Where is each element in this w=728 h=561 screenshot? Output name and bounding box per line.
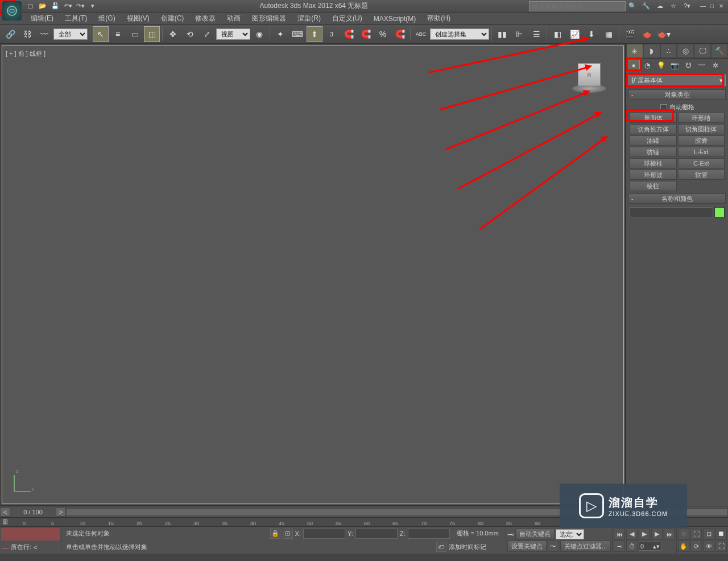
gengon-button[interactable]: 球棱柱	[630, 158, 677, 168]
menu-group[interactable]: 组(G)	[93, 12, 121, 25]
edit-named-sel-icon[interactable]: ABC	[413, 26, 429, 42]
open-file-icon[interactable]: 📂	[38, 2, 48, 11]
key-filters-button[interactable]: 关键点过滤器...	[560, 541, 611, 552]
graphite-tools-icon[interactable]: ◧	[549, 26, 565, 42]
menu-edit[interactable]: 编辑(E)	[25, 12, 59, 25]
next-frame-icon[interactable]: ▶	[651, 529, 663, 540]
move-icon[interactable]: ✥	[165, 26, 181, 42]
zoom-extents-icon[interactable]: ⛶	[690, 529, 702, 540]
keyboard-shortcut-icon[interactable]: ⌨	[289, 26, 305, 42]
new-file-icon[interactable]: ▢	[25, 2, 35, 11]
next-frame-button[interactable]: >	[56, 508, 66, 517]
systems-subtab-icon[interactable]: ✲	[709, 60, 722, 71]
manipulate-icon[interactable]: ✦	[272, 26, 288, 42]
modify-tab-icon[interactable]: ◗	[643, 44, 660, 58]
create-tab-icon[interactable]: ✳	[626, 44, 643, 58]
cameras-subtab-icon[interactable]: 📷	[668, 60, 681, 71]
zoom-all-icon[interactable]: ⊡	[703, 529, 714, 540]
geometry-subtab-icon[interactable]: ●	[627, 60, 640, 71]
select-by-name-icon[interactable]: ≡	[110, 26, 126, 42]
undo-icon[interactable]: ↶▾	[63, 2, 73, 11]
search-icon[interactable]: 🔍	[627, 1, 638, 11]
menu-grapheditors[interactable]: 图形编辑器	[246, 12, 292, 25]
search-input[interactable]	[529, 1, 626, 11]
menu-animation[interactable]: 动画	[221, 12, 246, 25]
help-icon[interactable]: ?▾	[681, 1, 693, 11]
display-tab-icon[interactable]: 🖵	[694, 44, 711, 58]
key-target-dropdown[interactable]: 选定对	[556, 529, 584, 539]
cext-button[interactable]: C-Ext	[678, 158, 725, 168]
x-coord-input[interactable]	[303, 529, 345, 539]
prev-frame-icon[interactable]: ◀	[626, 529, 638, 540]
auto-key-button[interactable]: 自动关键点	[515, 529, 555, 540]
menu-views[interactable]: 视图(V)	[121, 12, 155, 25]
shapes-subtab-icon[interactable]: ◔	[641, 60, 653, 71]
spindle-button[interactable]: 纺锤	[630, 147, 677, 157]
play-icon[interactable]: ▶	[639, 529, 650, 540]
save-file-icon[interactable]: 💾	[50, 2, 60, 11]
render-icon[interactable]: 🫖▾	[656, 26, 672, 42]
zoom-region-icon[interactable]: 🔲	[715, 529, 727, 540]
more-icon[interactable]: ▾	[88, 2, 98, 11]
percent-icon[interactable]: %	[375, 26, 391, 42]
select-object-icon[interactable]: ↖	[93, 26, 109, 42]
fov-icon[interactable]: 👁	[703, 541, 714, 552]
prism-button[interactable]: 棱柱	[630, 181, 677, 191]
menu-create[interactable]: 创建(C)	[155, 12, 190, 25]
selection-filter-dropdown[interactable]: 全部	[53, 28, 88, 40]
menu-modifiers[interactable]: 修改器	[189, 12, 221, 25]
add-time-tag-label[interactable]: 添加时间标记	[449, 543, 503, 551]
object-color-swatch[interactable]	[714, 207, 725, 217]
align-icon[interactable]: ⊫	[511, 26, 527, 42]
ref-coord-dropdown[interactable]: 视图	[216, 28, 250, 40]
lights-subtab-icon[interactable]: 💡	[655, 60, 667, 71]
y-coord-input[interactable]	[355, 529, 398, 539]
isolate-icon[interactable]: ⊡	[283, 529, 293, 539]
layers-icon[interactable]: ☰	[528, 26, 544, 42]
key-mode-icon[interactable]: ⊸	[614, 541, 625, 552]
window-crossing-icon[interactable]: ◫	[144, 26, 160, 42]
menu-rendering[interactable]: 渲染(R)	[292, 12, 326, 25]
trackbar-icon[interactable]: ⊞	[2, 518, 16, 526]
link-icon[interactable]: 🔧	[640, 1, 652, 11]
lext-button[interactable]: L-Ext	[678, 147, 725, 157]
chamferbox-button[interactable]: 切角长方体	[630, 124, 677, 134]
snap-options-icon[interactable]: 🧲	[392, 26, 408, 42]
lock-selection-icon[interactable]: 🔒	[270, 529, 280, 539]
maxscript-mini-listener[interactable]	[1, 528, 60, 541]
close-button[interactable]: ✕	[717, 2, 725, 10]
z-coord-input[interactable]	[408, 529, 450, 539]
orbit-icon[interactable]: ⟳	[690, 541, 702, 552]
hose-button[interactable]: 软管	[678, 170, 725, 180]
rect-select-region-icon[interactable]: ▭	[127, 26, 143, 42]
hedra-button[interactable]: 异面体	[630, 113, 677, 123]
capsule-button[interactable]: 胶囊	[678, 135, 725, 146]
pan-icon[interactable]: ✋	[678, 541, 689, 552]
motion-tab-icon[interactable]: ◎	[677, 44, 694, 58]
spacewarps-subtab-icon[interactable]: 〰	[696, 60, 708, 71]
helpers-subtab-icon[interactable]: ☋	[682, 60, 694, 71]
ringwave-button[interactable]: 环形波	[630, 170, 677, 180]
angle-snap-icon[interactable]: 3	[324, 26, 340, 42]
unlink-tool-icon[interactable]: ⛓	[19, 26, 35, 42]
object-category-dropdown[interactable]: 扩展基本体 ▾	[628, 75, 726, 86]
redo-icon[interactable]: ↷▾	[75, 2, 85, 11]
menu-maxscript[interactable]: MAXScript(M)	[368, 13, 422, 24]
app-icon[interactable]	[2, 1, 22, 20]
maximize-button[interactable]: □	[708, 2, 716, 10]
set-key-button[interactable]: 设置关键点	[507, 541, 547, 552]
rotate-icon[interactable]: ⟲	[182, 26, 198, 42]
scale-icon[interactable]: ⤢	[199, 26, 215, 42]
exchange-icon[interactable]: ☁	[654, 1, 665, 11]
viewport-label[interactable]: [ + ] 前 ] 线框 ]	[6, 50, 46, 58]
snap-toggle-icon[interactable]: ⬆	[307, 26, 322, 42]
menu-help[interactable]: 帮助(H)	[421, 12, 456, 25]
named-selection-dropdown[interactable]: 创建选择集	[430, 28, 489, 40]
oiltank-button[interactable]: 油罐	[630, 135, 677, 146]
autogrid-checkbox[interactable]	[660, 104, 667, 111]
spinner-snap-icon[interactable]: 🧲	[358, 26, 374, 42]
hierarchy-tab-icon[interactable]: ⛬	[660, 44, 677, 58]
mirror-icon[interactable]: ▮▮	[494, 26, 510, 42]
material-editor-icon[interactable]: ▦	[601, 26, 617, 42]
rollout-object-type[interactable]: - 对象类型	[628, 89, 726, 100]
